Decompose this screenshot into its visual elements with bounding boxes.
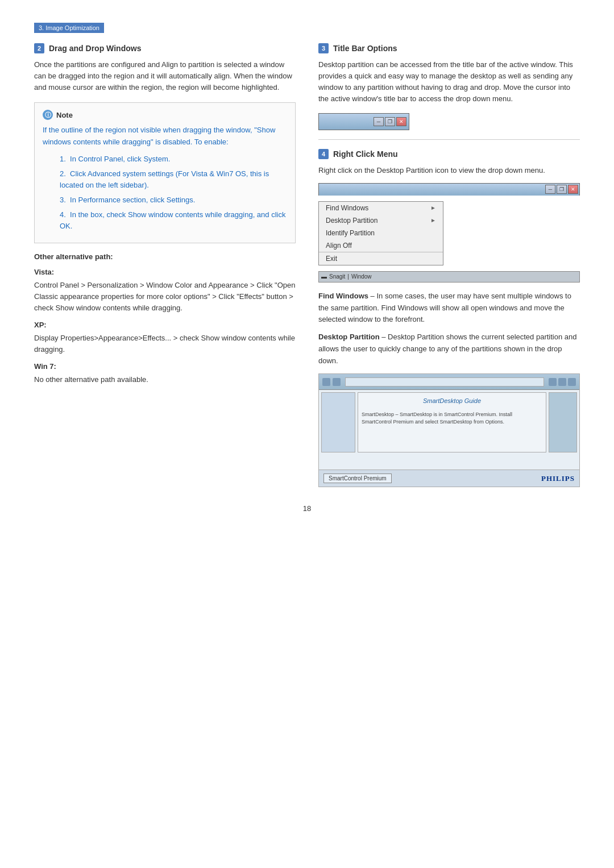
menu-exit-label: Exit	[326, 255, 337, 263]
ss-sidebar	[321, 392, 355, 452]
note-item-3: 3. In Performance section, click Setting…	[48, 194, 287, 206]
menu-align-label: Align Off	[326, 242, 352, 250]
right-column: 3 Title Bar Options Desktop partition ca…	[318, 43, 580, 487]
left-column: 2 Drag and Drop Windows Once the partiti…	[34, 43, 296, 487]
rc-title-bar: ─ ❐ ✕	[318, 183, 580, 196]
xp-subtitle: XP:	[34, 321, 296, 329]
xp-text: Display Properties>Appearance>Effects...…	[34, 333, 296, 355]
taskbar-window: Window	[351, 273, 372, 280]
taskbar-icon: ▬	[321, 273, 327, 280]
ss-icon-1	[322, 378, 330, 386]
taskbar-separator: |	[347, 273, 349, 280]
section2-body: Once the partitions are configured and A…	[34, 59, 296, 93]
ss-footer-left: SmartControl Premium	[323, 474, 392, 483]
note-title: ⓘ Note	[43, 110, 287, 120]
menu-desktop-partition[interactable]: Desktop Partition ►	[319, 214, 443, 227]
right-click-wrapper: ─ ❐ ✕ Find Windows ► Desktop Partition ►…	[318, 183, 580, 283]
bottom-screenshot: SmartDesktop Guide SmartDesktop – SmartD…	[318, 373, 580, 487]
note-intro: If the outline of the region not visible…	[43, 124, 287, 147]
note-box: ⓘ Note If the outline of the region not …	[34, 102, 296, 243]
section2-title-text: Drag and Drop Windows	[49, 44, 141, 53]
ss-right-panel	[549, 392, 577, 452]
vista-text: Control Panel > Personalization > Window…	[34, 280, 296, 314]
title-bar-image-container: ─ ❐ ✕	[318, 113, 580, 130]
ss-toolbar-icons	[549, 378, 576, 386]
page-number: 18	[34, 504, 580, 513]
ss-address-bar	[345, 377, 544, 387]
page: 3. Image Optimization 2 Drag and Drop Wi…	[0, 0, 614, 868]
section4-body: Right click on the Desktop Partition ico…	[318, 165, 580, 176]
menu-find-windows[interactable]: Find Windows ►	[319, 202, 443, 214]
menu-desktop-arrow: ►	[430, 217, 436, 223]
menu-identify-partition[interactable]: Identify Partition	[319, 227, 443, 239]
rc-restore[interactable]: ❐	[557, 185, 567, 194]
desktop-partition-description: Desktop Partition – Desktop Partition sh…	[318, 331, 580, 367]
section3-title-block: 3 Title Bar Options	[318, 43, 580, 53]
note-list: 1. In Control Panel, click System. 2. Cl…	[43, 153, 287, 232]
alt-path-title: Other alternative path:	[34, 252, 296, 261]
section-header: 3. Image Optimization	[34, 23, 104, 33]
menu-align-off[interactable]: Align Off	[319, 239, 443, 252]
separator	[318, 139, 580, 140]
note-item-1: 1. In Control Panel, click System.	[48, 153, 287, 165]
section4-num: 4	[318, 149, 329, 159]
two-col-layout: 2 Drag and Drop Windows Once the partiti…	[34, 43, 580, 487]
rc-close[interactable]: ✕	[568, 185, 578, 194]
sc-premium-label: SmartControl Premium	[329, 475, 387, 481]
sc-premium-button[interactable]: SmartControl Premium	[323, 474, 392, 483]
section3-num: 3	[318, 43, 329, 53]
win7-subtitle: Win 7:	[34, 362, 296, 371]
ss-toolbar	[319, 374, 579, 390]
ss-icon-3	[549, 378, 557, 386]
find-windows-title: Find Windows	[318, 292, 368, 300]
screenshot-inner: SmartDesktop Guide SmartDesktop – SmartD…	[319, 374, 579, 487]
desktop-partition-title: Desktop Partition	[318, 333, 380, 341]
note-item-2: 2. Click Advanced system settings (For V…	[48, 168, 287, 191]
ss-footer: SmartControl Premium PHILIPS	[319, 470, 579, 487]
note-title-text: Note	[56, 111, 73, 119]
ss-body: SmartDesktop Guide SmartDesktop – SmartD…	[319, 390, 579, 470]
section4-title-text: Right Click Menu	[333, 149, 398, 159]
section4-title-block: 4 Right Click Menu	[318, 149, 580, 159]
minimize-button[interactable]: ─	[374, 117, 384, 126]
win7-text: No other alternative path available.	[34, 374, 296, 385]
right-click-menu: Find Windows ► Desktop Partition ► Ident…	[318, 201, 443, 265]
section2-title-block: 2 Drag and Drop Windows	[34, 43, 296, 53]
note-item-4: 4. In the box, check Show window content…	[48, 209, 287, 232]
taskbar-snagit: Snagit	[329, 273, 345, 280]
close-button[interactable]: ✕	[396, 117, 406, 126]
vista-subtitle: Vista:	[34, 268, 296, 276]
menu-desktop-partition-label: Desktop Partition	[326, 217, 377, 225]
ss-content-area: SmartDesktop Guide SmartDesktop – SmartD…	[321, 392, 577, 452]
taskbar: ▬ Snagit | Window	[318, 271, 580, 283]
find-windows-description: Find Windows – In some cases, the user m…	[318, 290, 580, 326]
title-bar-image: ─ ❐ ✕	[318, 113, 409, 130]
rc-minimize[interactable]: ─	[545, 185, 555, 194]
ss-guide-text: SmartDesktop Guide	[358, 397, 546, 404]
menu-exit[interactable]: Exit	[319, 252, 443, 265]
ss-icon-5	[568, 378, 576, 386]
restore-button[interactable]: ❐	[385, 117, 395, 126]
ss-icon-4	[558, 378, 566, 386]
section3-title-text: Title Bar Options	[333, 44, 397, 53]
ss-icon-2	[333, 378, 341, 386]
ss-desc-text: SmartDesktop – SmartDesktop is in SmartC…	[358, 409, 546, 427]
menu-find-arrow: ►	[430, 205, 436, 211]
philips-logo: PHILIPS	[541, 474, 575, 483]
note-icon: ⓘ	[43, 110, 53, 120]
ss-main-content: SmartDesktop Guide SmartDesktop – SmartD…	[358, 392, 546, 452]
section2-num: 2	[34, 43, 44, 53]
section3-body: Desktop partition can be accessed from t…	[318, 59, 580, 105]
menu-find-windows-label: Find Windows	[326, 204, 368, 212]
menu-identify-label: Identify Partition	[326, 229, 375, 237]
